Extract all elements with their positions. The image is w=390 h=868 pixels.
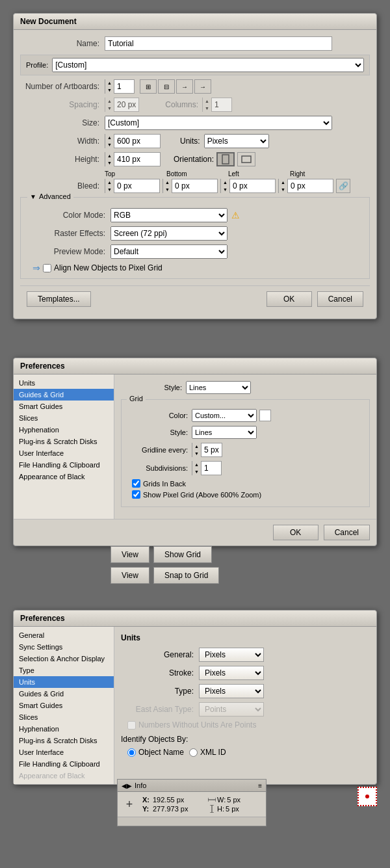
sidebar-bottom-hyphen[interactable]: Hyphenation — [14, 723, 114, 735]
prefs-ok-btn[interactable]: OK — [273, 525, 318, 540]
general-units-select[interactable]: Pixels — [199, 648, 264, 662]
artboards-label: Number of Artboards: — [20, 82, 105, 91]
sidebar-item-guides-grid[interactable]: Guides & Grid — [14, 389, 114, 401]
height-spinner[interactable]: ▲ ▼ 410 px — [105, 152, 161, 166]
raster-label: Raster Effects: — [26, 229, 110, 238]
xml-id-radio[interactable] — [189, 748, 198, 757]
spacing-spinner[interactable]: ▲ ▼ 20 px — [105, 98, 139, 112]
bleed-bottom-spinner[interactable]: ▲▼ 0 px — [162, 179, 218, 193]
columns-spinner[interactable]: ▲ ▼ 1 — [202, 98, 232, 112]
grid-color-swatch[interactable] — [259, 410, 271, 421]
bleed-right-spinner[interactable]: ▲▼ 0 px — [278, 179, 333, 193]
prefs-cancel-btn[interactable]: Cancel — [324, 525, 370, 540]
type-units-label: Type: — [121, 687, 199, 696]
sidebar-bottom-general[interactable]: General — [14, 629, 114, 641]
portrait-btn[interactable] — [216, 152, 235, 166]
y-label: Y: — [142, 805, 150, 813]
landscape-btn[interactable] — [237, 152, 255, 166]
artboard-grid-btn[interactable]: ⊞ — [140, 79, 157, 94]
y-value: 277.973 px — [153, 805, 195, 813]
sidebar-bottom-type[interactable]: Type — [14, 664, 114, 676]
ok-btn[interactable]: OK — [266, 291, 312, 307]
sidebar-bottom-plugins[interactable]: Plug-ins & Scratch Disks — [14, 735, 114, 746]
templates-btn[interactable]: Templates... — [27, 291, 91, 307]
sidebar-item-smart-guides[interactable]: Smart Guides — [14, 401, 114, 412]
sidebar-bottom-appearance: Appearance of Black — [14, 770, 114, 782]
h-value: 5 px — [226, 805, 239, 813]
sidebar-item-hyphenation[interactable]: Hyphenation — [14, 424, 114, 436]
sidebar-item-plugins[interactable]: Plug-ins & Scratch Disks — [14, 436, 114, 447]
view-btn-1[interactable]: View — [110, 546, 150, 563]
units-label: Units: — [180, 137, 200, 146]
color-mode-select[interactable]: RGB — [110, 208, 228, 222]
size-label: Size: — [20, 118, 105, 127]
artboards-spinner[interactable]: ▲ ▼ 1 — [105, 79, 135, 94]
bleed-link-btn[interactable]: 🔗 — [336, 179, 350, 193]
x-label: X: — [142, 796, 150, 804]
info-panel: ◀▶ Info ≡ + X: 192.55 px Y: 277.973 px — [117, 779, 266, 826]
preview-select[interactable]: Default — [110, 244, 228, 259]
artboards-down[interactable]: ▼ — [105, 86, 114, 94]
prefs-units-content: Units General: Pixels Stroke: Pixels Typ… — [114, 627, 270, 784]
stroke-units-select[interactable]: Pixels — [199, 666, 264, 680]
show-grid-btn[interactable]: Show Grid — [153, 546, 212, 563]
sidebar-item-units[interactable]: Units — [14, 377, 114, 389]
artboard-col-btn[interactable]: → — [176, 79, 193, 94]
sidebar-item-ui[interactable]: User Interface — [14, 447, 114, 459]
show-pixel-grid-row: Show Pixel Grid (Above 600% Zoom) — [132, 490, 364, 499]
bleed-left-spinner[interactable]: ▲▼ 0 px — [220, 179, 276, 193]
sidebar-item-appearance[interactable]: Appearance of Black — [14, 471, 114, 482]
advanced-arrow[interactable]: ▼ — [30, 193, 36, 200]
sidebar-bottom-guides[interactable]: Guides & Grid — [14, 688, 114, 700]
bleed-right-header: Right — [290, 170, 352, 178]
grid-color-label: Color: — [127, 412, 192, 419]
sidebar-bottom-file[interactable]: File Handling & Clipboard — [14, 758, 114, 770]
expand-arrows-icon[interactable]: ◀▶ — [122, 782, 132, 789]
gridline-spinner[interactable]: ▲▼ 5 px — [192, 443, 222, 457]
view-btn-2[interactable]: View — [110, 567, 150, 584]
info-title-bar: ◀▶ Info ≡ — [118, 780, 266, 792]
bleed-bottom-header: Bottom — [166, 170, 228, 178]
profile-select[interactable]: [Custom] — [52, 58, 364, 72]
subdivisions-spinner[interactable]: ▲▼ 1 — [192, 461, 222, 475]
sidebar-bottom-slices[interactable]: Slices — [14, 711, 114, 723]
guides-style-select[interactable]: Lines — [186, 381, 251, 394]
sidebar-item-slices[interactable]: Slices — [14, 412, 114, 424]
sidebar-bottom-selection[interactable]: Selection & Anchor Display — [14, 653, 114, 664]
sidebar-item-file-handling[interactable]: File Handling & Clipboard — [14, 459, 114, 471]
sidebar-bottom-smart[interactable]: Smart Guides — [14, 700, 114, 711]
sidebar-bottom-ui[interactable]: User Interface — [14, 746, 114, 758]
east-asian-select: Points — [199, 702, 264, 717]
show-pixel-grid-checkbox[interactable] — [132, 490, 140, 499]
sidebar-bottom-sync[interactable]: Sync Settings — [14, 641, 114, 653]
units-select[interactable]: Pixels — [204, 134, 269, 148]
artboard-row-btn[interactable]: ⊟ — [158, 79, 175, 94]
object-name-radio[interactable] — [127, 748, 136, 757]
bleed-top-spinner[interactable]: ▲▼ 0 px — [105, 179, 160, 193]
sidebar-bottom-units[interactable]: Units — [14, 676, 114, 688]
size-select[interactable]: [Custom] — [105, 116, 332, 130]
snap-grid-btn[interactable]: Snap to Grid — [153, 567, 219, 584]
panel-menu-icon[interactable]: ≡ — [258, 782, 262, 789]
type-units-select[interactable]: Pixels — [199, 684, 264, 698]
height-icon — [208, 805, 216, 813]
object-name-label: Object Name — [138, 748, 184, 757]
bleed-left-header: Left — [228, 170, 290, 178]
east-asian-label: East Asian Type: — [121, 705, 199, 714]
cancel-btn[interactable]: Cancel — [317, 291, 363, 307]
width-label: Width: — [20, 137, 105, 146]
width-spinner[interactable]: ▲ ▼ 600 px — [105, 134, 161, 148]
align-pixel-checkbox[interactable] — [43, 264, 51, 272]
numbers-checkbox — [127, 721, 136, 730]
prefs-bottom-sidebar: General Sync Settings Selection & Anchor… — [14, 627, 114, 784]
prefs-sidebar: Units Guides & Grid Smart Guides Slices … — [14, 375, 114, 519]
name-input[interactable] — [105, 36, 332, 51]
subdivisions-label: Subdivisions: — [127, 464, 192, 472]
grid-color-select[interactable]: Custom... — [192, 409, 257, 422]
grid-style-select[interactable]: Lines — [192, 426, 257, 439]
grids-in-back-row: Grids In Back — [132, 479, 364, 488]
artboard-arrow-btn[interactable]: → — [194, 79, 211, 94]
grids-in-back-checkbox[interactable] — [132, 479, 140, 488]
artboards-up[interactable]: ▲ — [105, 79, 114, 86]
raster-select[interactable]: Screen (72 ppi) — [110, 226, 228, 241]
